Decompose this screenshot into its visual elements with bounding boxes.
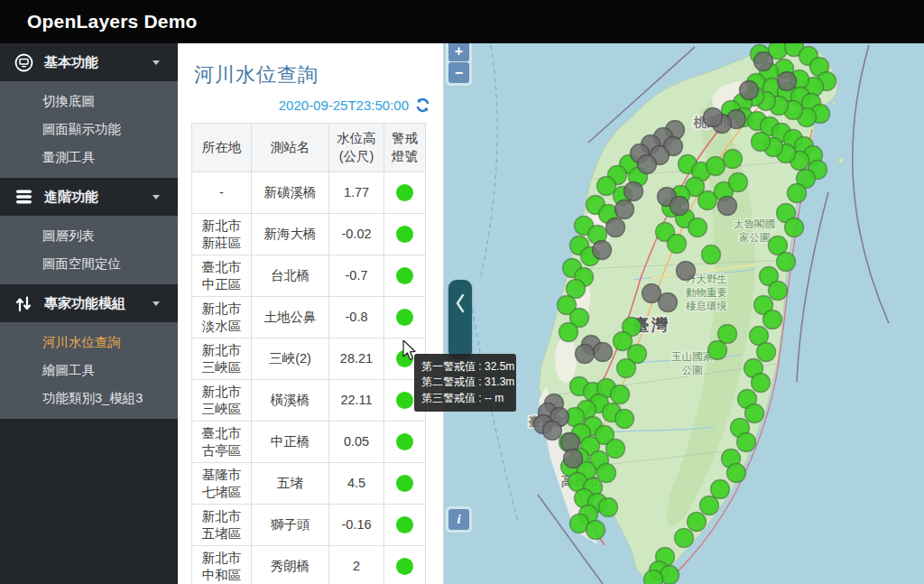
station-marker-gray[interactable]: [576, 345, 595, 364]
sidebar-item-river-water-level[interactable]: 河川水位查詢: [0, 329, 178, 357]
station-marker-green[interactable]: [597, 177, 616, 196]
alert-light-green[interactable]: [396, 350, 413, 367]
station-marker-green[interactable]: [785, 218, 804, 237]
cell-station: 五堵: [252, 463, 329, 505]
station-marker-green[interactable]: [611, 385, 630, 404]
sidebar-section-basic[interactable]: 基本功能: [0, 43, 178, 81]
station-marker-gray[interactable]: [677, 262, 696, 281]
station-marker-green[interactable]: [757, 343, 776, 362]
station-marker-green[interactable]: [606, 440, 625, 459]
station-marker-gray[interactable]: [564, 450, 583, 468]
station-marker-green[interactable]: [597, 464, 616, 483]
station-marker-gray[interactable]: [659, 293, 678, 312]
map-canvas[interactable]: 桃園市臺灣太魯閣國家公園丹大野生動物重要棲息環境玉山國家公園臺南市高雄市: [444, 43, 924, 584]
station-marker-green[interactable]: [724, 150, 743, 169]
station-marker-green[interactable]: [700, 496, 719, 515]
station-marker-gray[interactable]: [740, 81, 759, 100]
station-marker-green[interactable]: [752, 133, 771, 152]
station-marker-green[interactable]: [668, 235, 687, 254]
alert-light-green[interactable]: [396, 309, 413, 326]
station-marker-gray[interactable]: [594, 343, 613, 362]
station-marker-green[interactable]: [745, 404, 764, 423]
alert-light-green[interactable]: [396, 475, 413, 492]
sidebar-item-switch-basemap[interactable]: 切換底圖: [0, 88, 178, 116]
sidebar-item-display-functions[interactable]: 圖面顯示功能: [0, 116, 178, 144]
station-marker-gray[interactable]: [638, 155, 657, 174]
station-marker-gray[interactable]: [778, 72, 797, 91]
tooltip-line: 第一警戒值 : 32.5m: [421, 359, 509, 375]
table-row: 新北市 五堵區 獅子頭 -0.16: [192, 505, 426, 546]
station-marker-green[interactable]: [769, 282, 788, 301]
station-marker-gray[interactable]: [615, 200, 634, 219]
station-marker-green[interactable]: [727, 464, 746, 483]
station-marker-green[interactable]: [763, 311, 782, 329]
station-marker-green[interactable]: [711, 480, 730, 499]
station-marker-gray[interactable]: [704, 108, 723, 127]
station-marker-gray[interactable]: [593, 241, 612, 260]
col-header-alert: 警戒 燈號: [384, 124, 426, 172]
alert-light-green[interactable]: [396, 516, 413, 533]
cell-station: 新海大橋: [252, 214, 329, 255]
station-marker-green[interactable]: [587, 521, 605, 540]
station-marker-green[interactable]: [675, 529, 694, 548]
station-marker-green[interactable]: [708, 341, 727, 360]
alert-light-green[interactable]: [396, 267, 413, 284]
app-header: OpenLayers Demo: [0, 0, 924, 43]
sidebar-item-measure-tools[interactable]: 量測工具: [0, 144, 178, 171]
station-marker-green[interactable]: [777, 253, 796, 272]
cell-location: -: [192, 172, 252, 214]
table-row: 臺北市 古亭區 中正橋 0.05: [192, 422, 426, 463]
station-marker-green[interactable]: [729, 173, 748, 192]
data-timestamp: 2020-09-25T23:50:00: [279, 97, 409, 113]
cell-level: 0.05: [329, 422, 384, 463]
station-marker-green[interactable]: [688, 218, 707, 237]
station-marker-green[interactable]: [707, 157, 725, 176]
sidebar-item-drawing-tools[interactable]: 繪圖工具: [0, 357, 178, 385]
sidebar-section-expert[interactable]: 專家功能模組: [0, 284, 178, 322]
station-marker-green[interactable]: [737, 433, 756, 452]
station-marker-gray[interactable]: [624, 182, 643, 201]
station-marker-gray[interactable]: [543, 422, 562, 440]
station-marker-green[interactable]: [617, 359, 636, 378]
station-marker-green[interactable]: [718, 325, 737, 344]
station-marker-green[interactable]: [788, 184, 807, 203]
cell-station: 橫溪橋: [252, 380, 329, 422]
station-marker-green[interactable]: [615, 410, 634, 429]
table-header-row: 所在地 測站名 水位高 (公尺) 警戒 燈號: [192, 124, 426, 172]
sidebar-item-spatial-locate[interactable]: 圖面空間定位: [0, 250, 178, 278]
alert-light-green[interactable]: [396, 226, 413, 243]
cell-level: -0.8: [329, 297, 384, 338]
station-marker-green[interactable]: [644, 570, 663, 584]
station-marker-gray[interactable]: [754, 52, 773, 71]
sidebar-section-label: 進階功能: [44, 189, 98, 206]
display-icon: [14, 53, 34, 71]
tooltip-line: 第二警戒值 : 31.3m: [421, 375, 509, 390]
cell-alert: [384, 255, 426, 297]
alert-light-green[interactable]: [396, 184, 413, 201]
alert-light-green[interactable]: [396, 558, 413, 575]
info-button[interactable]: i: [448, 509, 469, 530]
zoom-out-button[interactable]: −: [448, 62, 469, 83]
alert-light-green[interactable]: [396, 392, 413, 409]
sidebar-section-advanced[interactable]: 進階功能: [0, 178, 178, 216]
station-marker-green[interactable]: [559, 323, 578, 342]
sidebar-item-module3[interactable]: 功能類別3_模組3: [0, 385, 178, 413]
station-marker-green[interactable]: [599, 498, 618, 517]
cell-level: -0.16: [329, 505, 384, 546]
station-marker-green[interactable]: [702, 246, 721, 264]
sidebar-item-layer-list[interactable]: 圖層列表: [0, 222, 178, 250]
station-marker-gray[interactable]: [606, 218, 625, 237]
cell-alert: [384, 214, 426, 255]
refresh-icon[interactable]: [415, 97, 430, 113]
station-marker-green[interactable]: [688, 513, 707, 532]
panel-collapse-button[interactable]: [448, 280, 472, 359]
map-label: 動物重要: [686, 287, 727, 298]
station-marker-gray[interactable]: [718, 197, 737, 216]
zoom-in-button[interactable]: +: [448, 41, 469, 61]
station-marker-green[interactable]: [752, 374, 771, 393]
cell-level: 22.11: [329, 380, 384, 422]
alert-light-green[interactable]: [396, 433, 413, 450]
station-marker-gray[interactable]: [670, 197, 689, 216]
cell-location: 新北市 新莊區: [192, 214, 252, 255]
map-label: 公園: [682, 365, 703, 375]
